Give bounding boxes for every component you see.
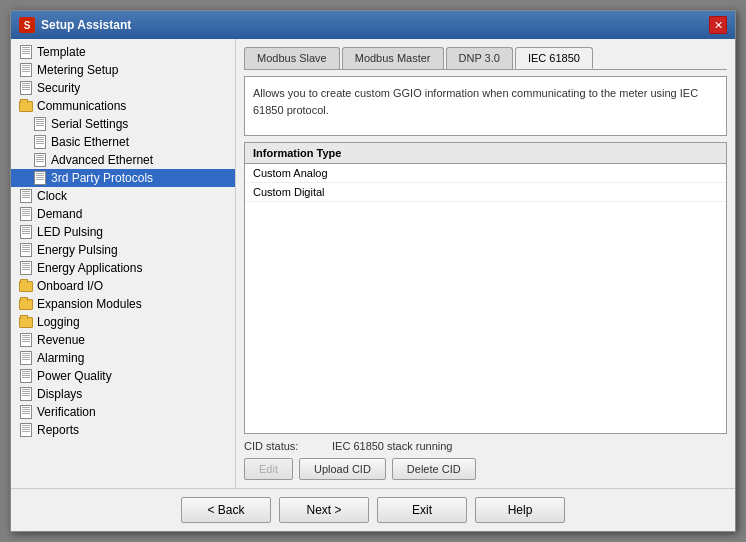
title-bar: S Setup Assistant ✕ [11, 11, 735, 39]
sidebar-item-label-energy-applications: Energy Applications [37, 261, 142, 275]
tab-dnp30[interactable]: DNP 3.0 [446, 47, 513, 69]
sidebar-item-demand[interactable]: Demand [11, 205, 235, 223]
info-table: Information Type Custom AnalogCustom Dig… [244, 142, 727, 434]
cid-status-label: CID status: [244, 440, 324, 452]
sidebar-item-security[interactable]: Security [11, 79, 235, 97]
sidebar-item-displays[interactable]: Displays [11, 385, 235, 403]
page-icon [33, 117, 47, 131]
cid-status-row: CID status: IEC 61850 stack running [244, 440, 727, 452]
sidebar-item-label-metering-setup: Metering Setup [37, 63, 118, 77]
bottom-bar: < Back Next > Exit Help [11, 488, 735, 531]
sidebar-item-label-displays: Displays [37, 387, 82, 401]
sidebar-item-led-pulsing[interactable]: LED Pulsing [11, 223, 235, 241]
window-title: Setup Assistant [41, 18, 131, 32]
page-icon [19, 387, 33, 401]
cid-status-value: IEC 61850 stack running [332, 440, 452, 452]
back-button[interactable]: < Back [181, 497, 271, 523]
sidebar-item-label-template: Template [37, 45, 86, 59]
sidebar-item-label-logging: Logging [37, 315, 80, 329]
sidebar-item-logging[interactable]: Logging [11, 313, 235, 331]
description-text: Allows you to create custom GGIO informa… [253, 87, 698, 116]
main-window: S Setup Assistant ✕ TemplateMetering Set… [10, 10, 736, 532]
title-bar-left: S Setup Assistant [19, 17, 131, 33]
sidebar-item-revenue[interactable]: Revenue [11, 331, 235, 349]
page-icon [19, 405, 33, 419]
page-icon [19, 369, 33, 383]
page-icon [19, 243, 33, 257]
sidebar-item-verification[interactable]: Verification [11, 403, 235, 421]
folder-icon [19, 279, 33, 293]
sidebar-item-label-onboard-io: Onboard I/O [37, 279, 103, 293]
close-button[interactable]: ✕ [709, 16, 727, 34]
page-icon [33, 153, 47, 167]
delete-cid-button[interactable]: Delete CID [392, 458, 476, 480]
page-icon [19, 207, 33, 221]
sidebar-item-label-basic-ethernet: Basic Ethernet [51, 135, 129, 149]
sidebar-item-label-revenue: Revenue [37, 333, 85, 347]
folder-icon [19, 315, 33, 329]
page-icon [19, 189, 33, 203]
page-icon [19, 351, 33, 365]
sidebar-item-label-power-quality: Power Quality [37, 369, 112, 383]
table-row[interactable]: Custom Analog [245, 164, 726, 183]
page-icon [19, 45, 33, 59]
upload-cid-button[interactable]: Upload CID [299, 458, 386, 480]
page-icon [33, 171, 47, 185]
sidebar-item-label-serial-settings: Serial Settings [51, 117, 128, 131]
sidebar-item-alarming[interactable]: Alarming [11, 349, 235, 367]
sidebar-item-clock[interactable]: Clock [11, 187, 235, 205]
sidebar-item-label-security: Security [37, 81, 80, 95]
sidebar-item-3rd-party-protocols[interactable]: 3rd Party Protocols [11, 169, 235, 187]
next-button[interactable]: Next > [279, 497, 369, 523]
sidebar-item-metering-setup[interactable]: Metering Setup [11, 61, 235, 79]
sidebar-item-label-3rd-party-protocols: 3rd Party Protocols [51, 171, 153, 185]
sidebar-item-label-energy-pulsing: Energy Pulsing [37, 243, 118, 257]
sidebar-item-reports[interactable]: Reports [11, 421, 235, 439]
help-button[interactable]: Help [475, 497, 565, 523]
page-icon [19, 333, 33, 347]
description-box: Allows you to create custom GGIO informa… [244, 76, 727, 136]
page-icon [19, 423, 33, 437]
sidebar-item-label-demand: Demand [37, 207, 82, 221]
sidebar-item-label-advanced-ethernet: Advanced Ethernet [51, 153, 153, 167]
sidebar-item-label-clock: Clock [37, 189, 67, 203]
edit-button[interactable]: Edit [244, 458, 293, 480]
page-icon [19, 261, 33, 275]
sidebar-item-label-alarming: Alarming [37, 351, 84, 365]
sidebar-item-expansion-modules[interactable]: Expansion Modules [11, 295, 235, 313]
tab-modbus-master[interactable]: Modbus Master [342, 47, 444, 69]
sidebar: TemplateMetering SetupSecurityCommunicat… [11, 39, 236, 488]
sidebar-item-label-communications: Communications [37, 99, 126, 113]
sidebar-item-serial-settings[interactable]: Serial Settings [11, 115, 235, 133]
exit-button[interactable]: Exit [377, 497, 467, 523]
action-buttons: Edit Upload CID Delete CID [244, 458, 727, 480]
sidebar-item-label-led-pulsing: LED Pulsing [37, 225, 103, 239]
right-panel: Modbus SlaveModbus MasterDNP 3.0IEC 6185… [236, 39, 735, 488]
app-icon: S [19, 17, 35, 33]
sidebar-item-label-reports: Reports [37, 423, 79, 437]
sidebar-item-power-quality[interactable]: Power Quality [11, 367, 235, 385]
page-icon [33, 135, 47, 149]
sidebar-item-onboard-io[interactable]: Onboard I/O [11, 277, 235, 295]
page-icon [19, 225, 33, 239]
sidebar-item-label-expansion-modules: Expansion Modules [37, 297, 142, 311]
sidebar-item-communications[interactable]: Communications [11, 97, 235, 115]
table-row[interactable]: Custom Digital [245, 183, 726, 202]
info-table-header: Information Type [245, 143, 726, 164]
sidebar-item-advanced-ethernet[interactable]: Advanced Ethernet [11, 151, 235, 169]
page-icon [19, 81, 33, 95]
tabs-bar: Modbus SlaveModbus MasterDNP 3.0IEC 6185… [244, 47, 727, 70]
folder-icon [19, 297, 33, 311]
sidebar-item-energy-applications[interactable]: Energy Applications [11, 259, 235, 277]
tab-iec61850[interactable]: IEC 61850 [515, 47, 593, 69]
page-icon [19, 63, 33, 77]
sidebar-item-template[interactable]: Template [11, 43, 235, 61]
main-content: TemplateMetering SetupSecurityCommunicat… [11, 39, 735, 488]
tab-modbus-slave[interactable]: Modbus Slave [244, 47, 340, 69]
sidebar-item-label-verification: Verification [37, 405, 96, 419]
sidebar-item-basic-ethernet[interactable]: Basic Ethernet [11, 133, 235, 151]
folder-icon [19, 99, 33, 113]
sidebar-item-energy-pulsing[interactable]: Energy Pulsing [11, 241, 235, 259]
